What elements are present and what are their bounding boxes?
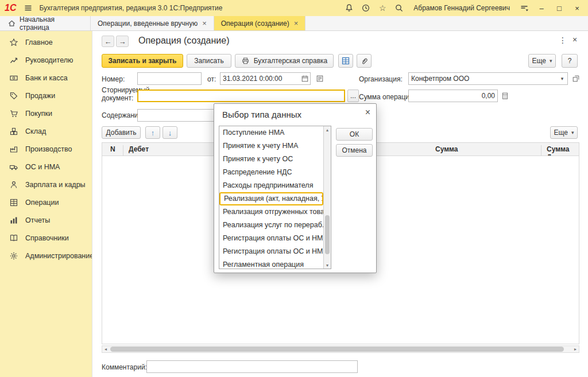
current-user[interactable]: Абрамов Геннадий Сергеевич — [413, 4, 510, 12]
sidebar-item-production[interactable]: Производство — [0, 140, 92, 158]
factory-icon — [9, 145, 18, 154]
sidebar-item-main[interactable]: Главное — [0, 33, 92, 51]
list-vertical-scrollbar[interactable]: ▴ ▾ — [323, 126, 331, 269]
more-label: Еще — [532, 57, 546, 65]
calendar-icon[interactable] — [300, 73, 310, 84]
sidebar-item-reports[interactable]: Отчеты — [0, 211, 92, 229]
truck-icon — [9, 162, 18, 172]
help-button[interactable]: ? — [562, 54, 578, 68]
service-menu-icon[interactable] — [519, 2, 530, 14]
number-input[interactable] — [138, 73, 201, 84]
sidebar-item-warehouse[interactable]: Склад — [0, 122, 92, 140]
sidebar-item-salary-hr[interactable]: Зарплата и кадры — [0, 176, 92, 193]
choose-storno-button[interactable]: ... — [347, 90, 359, 102]
move-row-up-button[interactable]: ↑ — [145, 126, 160, 139]
sidebar-item-label: Покупки — [25, 110, 52, 118]
comment-label: Комментарий: — [102, 363, 147, 371]
dialog-close-icon[interactable]: × — [365, 107, 370, 118]
select-list-icon[interactable] — [314, 73, 326, 84]
gear-icon — [9, 251, 18, 261]
book-icon — [9, 234, 18, 243]
search-icon[interactable] — [393, 2, 405, 14]
scrollbar-thumb[interactable] — [325, 215, 330, 254]
scroll-left-icon[interactable]: ◂ — [102, 346, 109, 352]
close-tab-icon[interactable]: × — [202, 19, 207, 28]
history-icon[interactable] — [360, 2, 372, 14]
sidebar-item-label: Операции — [25, 199, 59, 207]
banknote-icon — [9, 73, 18, 83]
list-item[interactable]: Распределение НДС — [219, 166, 323, 179]
tab-home[interactable]: Начальная страница — [0, 16, 91, 30]
list-item[interactable]: Принятие к учету НМА — [219, 139, 323, 153]
organization-input[interactable] — [409, 73, 557, 84]
comment-input[interactable] — [147, 361, 357, 372]
favorites-star-icon[interactable]: ☆ — [377, 2, 388, 14]
section-sidebar: Главное Руководителю Банк и касса Продаж… — [0, 31, 92, 377]
list-item[interactable]: Регистрация оплаты ОС и НМ... — [219, 245, 323, 258]
combo-dropdown-icon[interactable]: ▾ — [557, 73, 567, 84]
sidebar-item-label: Администрирование — [25, 252, 94, 260]
nav-back-button[interactable]: ← — [102, 36, 114, 47]
operation-amount-input[interactable] — [409, 90, 497, 102]
organization-label: Организация: — [359, 75, 403, 83]
list-item[interactable]: Принятие к учету ОС — [219, 153, 323, 166]
dialog-cancel-button[interactable]: Отмена — [336, 144, 373, 157]
move-row-down-button[interactable]: ↓ — [163, 126, 177, 139]
list-item[interactable]: Поступление НМА — [219, 126, 323, 139]
hamburger-menu-icon[interactable] — [22, 2, 34, 14]
sidebar-item-directories[interactable]: Справочники — [0, 229, 92, 247]
open-organization-icon[interactable] — [570, 73, 582, 84]
attachments-button[interactable] — [357, 54, 372, 68]
close-tab-icon[interactable]: × — [294, 19, 299, 28]
sidebar-item-manager[interactable]: Руководителю — [0, 51, 92, 69]
nav-forward-button[interactable]: → — [116, 36, 129, 47]
operation-amount-label: Сумма операции: — [359, 93, 415, 101]
toolbar-more-button[interactable]: Еще ▾ — [528, 54, 556, 68]
bar-chart-icon — [9, 216, 18, 225]
close-window-button[interactable]: × — [571, 2, 583, 14]
person-icon — [9, 180, 18, 189]
show-postings-button[interactable] — [338, 54, 353, 68]
grid-more-button[interactable]: Еще ▾ — [550, 126, 578, 139]
scroll-down-icon[interactable]: ▾ — [324, 262, 331, 269]
tab-operation-create[interactable]: Операция (создание) × — [214, 16, 305, 30]
form-menu-kebab-icon[interactable]: ⋮ — [559, 36, 567, 45]
sidebar-item-label: Производство — [25, 145, 72, 153]
sidebar-item-sales[interactable]: Продажи — [0, 87, 92, 104]
more-label: Еще — [554, 129, 568, 137]
maximize-button[interactable]: □ — [553, 2, 566, 14]
comment-field — [146, 360, 358, 373]
list-item[interactable]: Регламентная операция — [219, 258, 323, 269]
cart-icon — [9, 109, 18, 118]
list-item[interactable]: Расходы предпринимателя — [219, 179, 323, 192]
add-row-button[interactable]: Добавить — [102, 126, 141, 139]
close-form-icon[interactable]: × — [572, 35, 577, 44]
scroll-right-icon[interactable]: ▸ — [572, 346, 579, 352]
accounting-reference-button[interactable]: Бухгалтерская справка — [235, 54, 334, 68]
save-and-close-button[interactable]: Записать и закрыть — [102, 54, 183, 68]
column-separator — [123, 145, 123, 156]
sidebar-item-fixed-assets[interactable]: ОС и НМА — [0, 158, 92, 176]
calculator-icon[interactable] — [499, 90, 510, 102]
horizontal-scrollbar[interactable]: ◂ ▸ — [102, 345, 579, 353]
organization-combo: ▾ — [408, 72, 568, 85]
tab-manual-operations[interactable]: Операции, введенные вручную × — [91, 16, 214, 30]
scroll-up-icon[interactable]: ▴ — [324, 126, 331, 133]
sidebar-item-bank-cash[interactable]: Банк и касса — [0, 69, 92, 87]
sidebar-item-operations[interactable]: Операции — [0, 193, 92, 211]
save-button[interactable]: Записать — [187, 54, 231, 68]
column-header-n: N — [110, 145, 115, 153]
sidebar-item-purchases[interactable]: Покупки — [0, 104, 92, 122]
dialog-ok-button[interactable]: ОК — [336, 128, 373, 141]
minimize-button[interactable]: – — [535, 2, 548, 14]
date-input[interactable] — [220, 73, 300, 84]
list-item[interactable]: Реализация отгруженных това... — [219, 205, 323, 219]
list-item[interactable]: Регистрация оплаты ОС и НМ... — [219, 232, 323, 245]
scrollbar-thumb[interactable] — [110, 347, 564, 352]
list-item[interactable]: Реализация услуг по перераб... — [219, 219, 323, 232]
storno-document-input[interactable] — [138, 91, 344, 101]
sidebar-item-administration[interactable]: Администрирование — [0, 247, 92, 265]
list-item-selected[interactable]: Реализация (акт, накладная, У... — [219, 192, 323, 205]
notifications-bell-icon[interactable] — [343, 2, 355, 14]
tab-home-label: Начальная страница — [20, 15, 83, 32]
